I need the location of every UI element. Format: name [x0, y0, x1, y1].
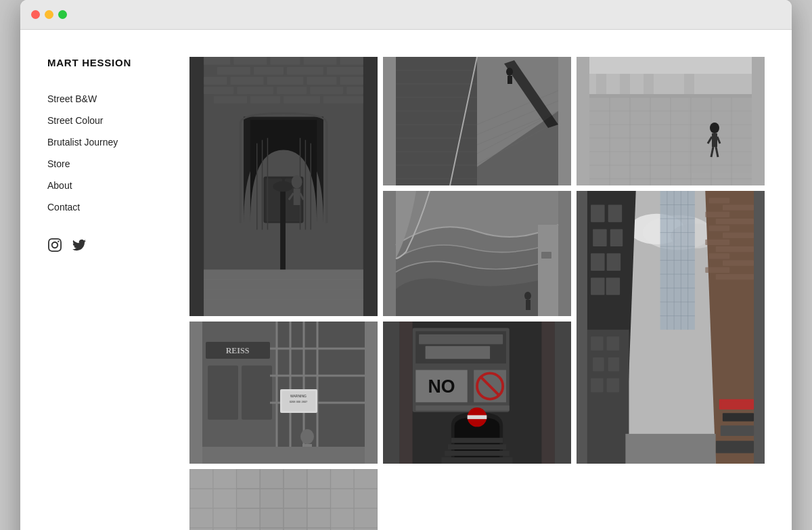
- page-content: MART HESSION Street B&W Street Colour Br…: [20, 30, 792, 530]
- svg-rect-65: [396, 57, 558, 185]
- gallery: REISS: [189, 57, 765, 530]
- nav-menu: Street B&W Street Colour Brutalist Journ…: [47, 93, 176, 213]
- browser-chrome: [20, 0, 792, 30]
- nav-item-brutalist-journey[interactable]: Brutalist Journey: [47, 136, 176, 148]
- photo-4[interactable]: [383, 191, 571, 316]
- nav-item-street-colour[interactable]: Street Colour: [47, 114, 176, 127]
- traffic-lights: [31, 10, 67, 19]
- nav-link-store[interactable]: Store: [47, 158, 70, 169]
- nav-item-contact[interactable]: Contact: [47, 201, 176, 213]
- minimize-button[interactable]: [45, 10, 53, 19]
- svg-rect-156: [587, 191, 754, 464]
- nav-item-street-bw[interactable]: Street B&W: [47, 93, 176, 105]
- nav-item-about[interactable]: About: [47, 179, 176, 192]
- nav-link-about[interactable]: About: [47, 180, 72, 191]
- nav-item-store[interactable]: Store: [47, 158, 176, 170]
- photo-6[interactable]: REISS: [189, 322, 378, 464]
- photo-8[interactable]: [189, 469, 378, 530]
- sidebar: MART HESSION Street B&W Street Colour Br…: [47, 57, 189, 530]
- social-icons: [47, 238, 176, 252]
- svg-rect-234: [189, 469, 378, 530]
- photo-2[interactable]: [383, 57, 571, 185]
- nav-link-contact[interactable]: Contact: [47, 202, 80, 213]
- svg-rect-177: [202, 322, 365, 464]
- svg-rect-102: [396, 191, 558, 316]
- fullscreen-button[interactable]: [58, 10, 67, 19]
- nav-link-street-bw[interactable]: Street B&W: [47, 93, 97, 104]
- nav-link-brutalist-journey[interactable]: Brutalist Journey: [47, 137, 118, 148]
- browser-window: MART HESSION Street B&W Street Colour Br…: [20, 0, 792, 530]
- instagram-icon[interactable]: [47, 238, 62, 252]
- svg-rect-43: [204, 57, 363, 316]
- nav-link-street-colour[interactable]: Street Colour: [47, 115, 103, 126]
- photo-5[interactable]: [577, 191, 765, 464]
- photo-1[interactable]: [189, 57, 378, 316]
- site-title: MART HESSION: [47, 57, 176, 68]
- photo-3[interactable]: [577, 57, 765, 185]
- close-button[interactable]: [31, 10, 40, 19]
- photo-7[interactable]: NO: [383, 322, 571, 464]
- svg-rect-197: [399, 322, 554, 464]
- svg-rect-96: [589, 57, 752, 185]
- twitter-icon[interactable]: [72, 238, 87, 252]
